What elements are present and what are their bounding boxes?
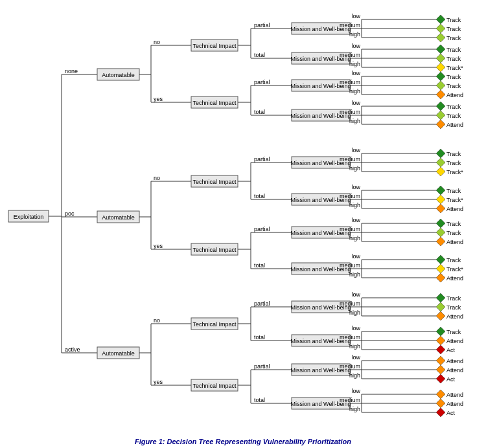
svg-marker-208 <box>436 293 445 302</box>
svg-text:no: no <box>154 317 160 324</box>
svg-marker-126 <box>436 167 445 176</box>
svg-text:high: high <box>349 31 360 38</box>
svg-text:high: high <box>349 118 360 124</box>
svg-text:Track: Track <box>446 113 461 119</box>
svg-marker-138 <box>436 195 445 204</box>
svg-text:total: total <box>254 334 265 341</box>
svg-text:low: low <box>351 291 360 298</box>
svg-text:medium: medium <box>340 156 360 162</box>
svg-marker-174 <box>436 255 445 264</box>
svg-marker-162 <box>436 228 445 237</box>
svg-marker-224 <box>436 327 445 336</box>
svg-marker-32 <box>436 24 445 33</box>
svg-marker-232 <box>436 345 445 354</box>
decision-tree-svg: ExploitationnoneAutomatablenoyesTechnica… <box>3 6 483 434</box>
svg-text:total: total <box>254 262 265 269</box>
svg-marker-248 <box>436 356 445 365</box>
svg-text:partial: partial <box>254 79 270 85</box>
svg-text:medium: medium <box>340 79 360 85</box>
svg-text:Track: Track <box>446 304 461 311</box>
svg-text:Attend: Attend <box>446 358 463 364</box>
svg-text:high: high <box>349 165 360 172</box>
svg-text:medium: medium <box>340 262 360 269</box>
svg-marker-68 <box>436 72 445 81</box>
svg-marker-166 <box>436 237 445 246</box>
svg-text:Track*: Track* <box>446 197 463 203</box>
svg-text:Track: Track <box>446 160 461 166</box>
svg-marker-256 <box>436 374 445 383</box>
svg-text:Track: Track <box>446 83 461 89</box>
svg-text:partial: partial <box>254 226 270 232</box>
svg-marker-122 <box>436 158 445 167</box>
svg-text:low: low <box>351 253 360 260</box>
svg-text:Attend: Attend <box>446 239 463 245</box>
svg-marker-264 <box>436 390 445 399</box>
svg-text:none: none <box>65 68 78 74</box>
svg-text:Technical Impact: Technical Impact <box>192 383 237 389</box>
svg-text:yes: yes <box>154 243 163 249</box>
svg-text:Track*: Track* <box>446 65 463 71</box>
svg-text:high: high <box>349 271 360 278</box>
svg-text:Track: Track <box>446 230 461 236</box>
svg-text:no: no <box>154 39 160 45</box>
svg-marker-182 <box>436 273 445 282</box>
svg-text:Technical Impact: Technical Impact <box>192 100 237 106</box>
svg-text:Automatable: Automatable <box>102 72 135 78</box>
svg-text:low: low <box>351 70 360 76</box>
svg-text:Track: Track <box>446 74 461 80</box>
svg-marker-88 <box>436 111 445 120</box>
svg-text:low: low <box>351 184 360 190</box>
svg-text:low: low <box>351 217 360 223</box>
svg-marker-252 <box>436 365 445 374</box>
svg-text:Technical Impact: Technical Impact <box>192 179 237 185</box>
svg-text:Track: Track <box>446 329 461 335</box>
svg-text:high: high <box>349 309 360 316</box>
svg-marker-212 <box>436 302 445 311</box>
svg-text:high: high <box>349 343 360 350</box>
svg-text:active: active <box>65 346 80 353</box>
svg-text:low: low <box>351 147 360 153</box>
svg-text:high: high <box>349 235 360 241</box>
svg-text:poc: poc <box>65 210 75 217</box>
svg-text:low: low <box>351 100 360 106</box>
svg-text:Track*: Track* <box>446 169 463 175</box>
svg-marker-84 <box>436 102 445 111</box>
svg-marker-178 <box>436 264 445 273</box>
svg-text:Track: Track <box>446 257 461 263</box>
svg-marker-92 <box>436 120 445 129</box>
svg-text:Technical Impact: Technical Impact <box>192 321 237 328</box>
svg-marker-228 <box>436 336 445 345</box>
svg-text:Attend: Attend <box>446 313 463 320</box>
svg-text:Attend: Attend <box>446 367 463 374</box>
svg-text:Attend: Attend <box>446 392 463 398</box>
svg-text:Track: Track <box>446 295 461 302</box>
svg-text:total: total <box>254 397 265 403</box>
svg-text:medium: medium <box>340 334 360 341</box>
svg-marker-272 <box>436 408 445 417</box>
svg-text:Track: Track <box>446 221 461 227</box>
svg-text:Track: Track <box>446 188 461 194</box>
svg-text:total: total <box>254 52 265 58</box>
svg-text:high: high <box>349 406 360 412</box>
svg-marker-44 <box>436 45 445 54</box>
svg-text:low: low <box>351 325 360 331</box>
svg-text:partial: partial <box>254 363 270 370</box>
svg-text:no: no <box>154 175 160 181</box>
svg-text:medium: medium <box>340 22 360 28</box>
svg-text:Track: Track <box>446 47 461 53</box>
svg-text:medium: medium <box>340 363 360 370</box>
svg-text:low: low <box>351 388 360 394</box>
decision-tree-container: ExploitationnoneAutomatablenoyesTechnica… <box>3 6 483 445</box>
svg-text:high: high <box>349 88 360 95</box>
svg-text:Track: Track <box>446 35 461 41</box>
svg-text:Attend: Attend <box>446 206 463 212</box>
svg-text:high: high <box>349 202 360 208</box>
svg-text:Track: Track <box>446 151 461 157</box>
svg-marker-118 <box>436 149 445 158</box>
svg-text:Track: Track <box>446 26 461 32</box>
svg-text:total: total <box>254 109 265 115</box>
svg-text:medium: medium <box>340 52 360 58</box>
svg-marker-28 <box>436 15 445 24</box>
svg-text:high: high <box>349 372 360 379</box>
svg-marker-158 <box>436 219 445 228</box>
